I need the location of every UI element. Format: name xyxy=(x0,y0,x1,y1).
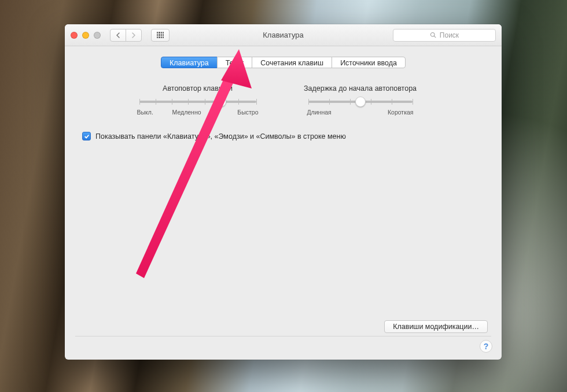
delay-scale: Длинная Короткая xyxy=(307,109,414,116)
search-icon xyxy=(430,32,436,38)
help-button[interactable]: ? xyxy=(480,340,492,353)
key-repeat-slider[interactable] xyxy=(139,101,256,103)
svg-line-1 xyxy=(434,36,436,38)
tab-text[interactable]: Текст xyxy=(217,57,252,68)
modifier-keys-button[interactable]: Клавиши модификации… xyxy=(384,320,488,333)
show-viewer-label: Показывать панели «Клавиатура», «Эмодзи»… xyxy=(95,132,346,140)
close-icon[interactable] xyxy=(71,32,78,39)
delay-label: Задержка до начала автоповтора xyxy=(291,84,430,93)
show-all-button[interactable] xyxy=(151,29,170,42)
search-input[interactable]: Поиск xyxy=(393,29,496,42)
tab-input-sources[interactable]: Источники ввода xyxy=(332,57,406,68)
show-viewer-checkbox[interactable] xyxy=(82,132,91,140)
search-placeholder: Поиск xyxy=(440,31,459,39)
forward-button[interactable] xyxy=(126,29,142,42)
delay-max: Короткая xyxy=(388,109,414,116)
key-repeat-label: Автоповтор клавиши xyxy=(137,84,259,93)
preferences-window: Клавиатура Поиск Клавиатура Текст Сочета… xyxy=(65,24,502,360)
key-repeat-knob[interactable] xyxy=(216,97,226,107)
content-area: Клавиатура Текст Сочетания клавиш Источн… xyxy=(65,46,502,360)
tab-keyboard[interactable]: Клавиатура xyxy=(161,57,218,68)
delay-knob[interactable] xyxy=(355,97,366,107)
tab-shortcuts[interactable]: Сочетания клавиш xyxy=(252,57,332,68)
check-icon xyxy=(84,134,90,139)
grid-icon xyxy=(157,32,164,39)
help-icon: ? xyxy=(484,342,489,351)
zoom-icon[interactable] xyxy=(94,32,101,39)
key-repeat-max: Быстро xyxy=(237,109,258,116)
minimize-icon[interactable] xyxy=(82,32,89,39)
delay-block: Задержка до начала автоповтора Длинная К… xyxy=(291,84,430,116)
delay-min: Длинная xyxy=(307,109,332,116)
titlebar: Клавиатура Поиск xyxy=(65,24,502,46)
delay-slider[interactable] xyxy=(308,101,413,103)
window-controls xyxy=(71,32,101,39)
key-repeat-mid: Медленно xyxy=(172,109,201,116)
nav-buttons xyxy=(110,29,142,42)
key-repeat-block: Автоповтор клавиши Выкл. Медленно Быстро xyxy=(137,84,259,116)
key-repeat-scale: Выкл. Медленно Быстро xyxy=(137,109,259,116)
back-button[interactable] xyxy=(110,29,126,42)
separator xyxy=(75,336,491,336)
sliders-row: Автоповтор клавиши Выкл. Медленно Быстро xyxy=(80,84,487,116)
svg-point-0 xyxy=(430,32,435,36)
tab-bar: Клавиатура Текст Сочетания клавиш Источн… xyxy=(80,57,487,68)
key-repeat-min: Выкл. xyxy=(137,109,153,116)
show-viewer-row: Показывать панели «Клавиатура», «Эмодзи»… xyxy=(82,132,487,140)
